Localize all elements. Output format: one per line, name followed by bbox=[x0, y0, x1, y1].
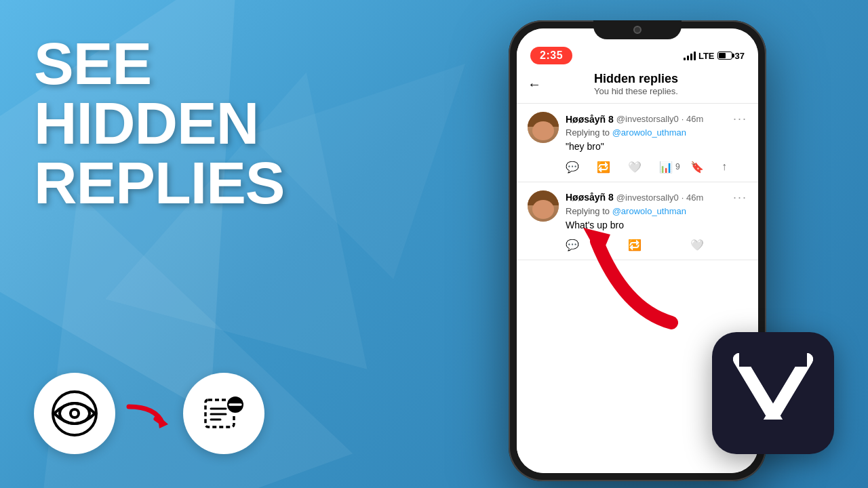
display-name-1: Høøsåyñ 8 bbox=[566, 114, 614, 125]
stats-count-1: 9 bbox=[675, 162, 680, 171]
phone-notch bbox=[593, 20, 682, 39]
tweet-actions-1: 💬 🔁 🤍 📊 9 bbox=[566, 161, 747, 174]
eye-icon-circle bbox=[34, 373, 115, 454]
signal-bar-3 bbox=[690, 54, 692, 60]
more-menu-2[interactable]: ··· bbox=[733, 190, 747, 205]
more-menu-1[interactable]: ··· bbox=[733, 112, 747, 126]
x-logo-container bbox=[712, 332, 834, 454]
replying-link-1[interactable]: @arowolo_uthman bbox=[612, 127, 686, 138]
headline: SEE HIDDEN REPLIES bbox=[34, 34, 319, 213]
handle-2: @investorsally0 bbox=[616, 192, 679, 203]
share-icon-1: ↑ bbox=[722, 161, 727, 173]
stats-icon-1: 📊 bbox=[659, 161, 673, 174]
left-panel: SEE HIDDEN REPLIES bbox=[0, 0, 346, 488]
bookmark-action-1[interactable]: 🔖 bbox=[690, 161, 716, 174]
pointing-arrow bbox=[570, 221, 692, 329]
time-1: · 46m bbox=[682, 114, 704, 124]
avatar-face-2 bbox=[528, 190, 559, 222]
like-action-2[interactable]: 🤍 bbox=[690, 239, 747, 251]
avatar-skin-2 bbox=[532, 200, 554, 219]
time-2: · 46m bbox=[682, 192, 704, 203]
red-arrow-right bbox=[570, 221, 692, 332]
icons-row bbox=[34, 373, 319, 454]
retweet-icon-1: 🔁 bbox=[597, 161, 610, 174]
battery-icon bbox=[717, 52, 732, 60]
tweet-text-1: "hey bro" bbox=[566, 140, 747, 154]
battery-fill bbox=[719, 53, 726, 58]
tweet-avatar-2 bbox=[528, 190, 559, 222]
signal-bar-4 bbox=[694, 52, 696, 60]
back-button[interactable]: ← bbox=[528, 77, 541, 92]
eye-icon bbox=[51, 390, 98, 437]
like-action-1[interactable]: 🤍 bbox=[628, 161, 654, 174]
red-arrow-small bbox=[122, 393, 176, 434]
headline-line2: HIDDEN bbox=[34, 94, 319, 153]
like-icon-1: 🤍 bbox=[628, 161, 642, 174]
tweet-header-row-1: Høøsåyñ 8 @investorsally0 · 46m ··· bbox=[566, 112, 747, 126]
tweet-body-1: Høøsåyñ 8 @investorsally0 · 46m ··· Repl… bbox=[566, 112, 747, 174]
hide-icon-circle bbox=[183, 373, 264, 454]
battery-percent: 37 bbox=[735, 51, 745, 61]
tweet-header-row-2: Høøsåyñ 8 @investorsally0 · 46m ··· bbox=[566, 190, 747, 205]
tweet-avatar-1 bbox=[528, 112, 559, 143]
svg-point-3 bbox=[72, 411, 77, 416]
tweet-item-1[interactable]: Høøsåyñ 8 @investorsally0 · 46m ··· Repl… bbox=[517, 104, 758, 182]
replying-1: Replying to @arowolo_uthman bbox=[566, 127, 747, 138]
hide-text-icon bbox=[200, 390, 248, 437]
time-display: 2:35 bbox=[530, 47, 572, 64]
phone-container: 2:35 LTE 37 bbox=[427, 14, 848, 481]
page-title: Hidden replies bbox=[555, 72, 717, 86]
replying-2: Replying to @arowolo_uthman bbox=[566, 206, 747, 216]
reply-action-1[interactable]: 💬 bbox=[566, 161, 591, 174]
page-subtitle: You hid these replies. bbox=[555, 86, 717, 96]
retweet-action-1[interactable]: 🔁 bbox=[597, 161, 623, 174]
signal-bars bbox=[684, 51, 696, 60]
front-camera bbox=[633, 26, 642, 34]
headline-line3: REPLIES bbox=[34, 153, 319, 213]
replying-link-2[interactable]: @arowolo_uthman bbox=[612, 206, 686, 216]
lte-label: LTE bbox=[698, 51, 715, 61]
signal-bar-2 bbox=[687, 56, 689, 60]
header-title-block: Hidden replies You hid these replies. bbox=[555, 72, 717, 96]
avatar-skin-1 bbox=[532, 121, 554, 140]
headline-line1: SEE bbox=[34, 34, 319, 94]
handle-1: @investorsally0 bbox=[616, 114, 679, 124]
signal-bar-1 bbox=[684, 58, 686, 60]
status-right: LTE 37 bbox=[684, 51, 745, 61]
share-action-1[interactable]: ↑ bbox=[722, 161, 747, 173]
page-header: ← Hidden replies You hid these replies. bbox=[517, 62, 758, 104]
stats-action-1[interactable]: 📊 9 bbox=[659, 161, 685, 174]
avatar-face-1 bbox=[528, 112, 559, 143]
like-icon-2: 🤍 bbox=[690, 239, 704, 251]
bookmark-icon-1: 🔖 bbox=[690, 161, 704, 174]
reply-icon-1: 💬 bbox=[566, 161, 579, 174]
display-name-2: Høøsåyñ 8 bbox=[566, 192, 614, 203]
tweet-user-info-1: Høøsåyñ 8 @investorsally0 · 46m bbox=[566, 114, 703, 125]
tweet-user-info-2: Høøsåyñ 8 @investorsally0 · 46m bbox=[566, 192, 703, 203]
svg-marker-4 bbox=[157, 415, 168, 428]
x-logo-icon bbox=[732, 352, 814, 434]
